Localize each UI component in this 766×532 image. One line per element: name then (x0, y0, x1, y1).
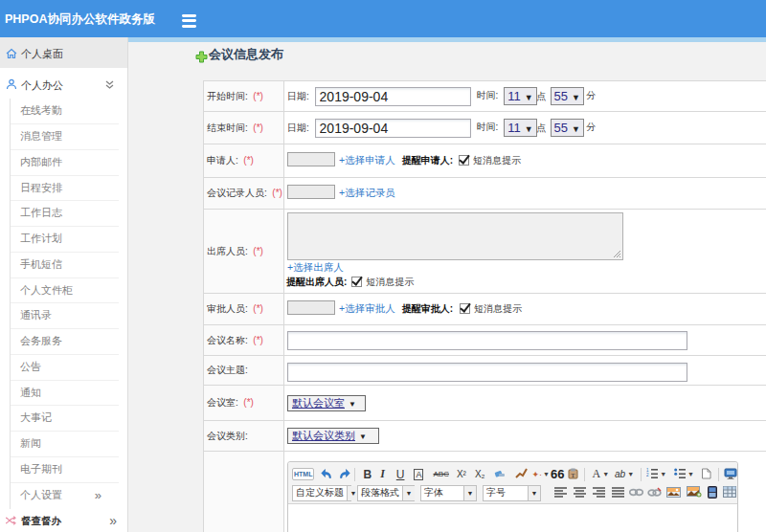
svg-text:T: T (572, 472, 576, 479)
svg-text:2: 2 (646, 473, 649, 477)
